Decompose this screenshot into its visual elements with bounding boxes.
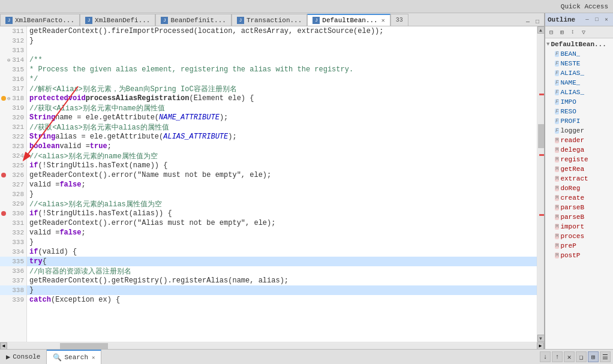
line-num-text: 318 (12, 95, 24, 102)
line-number-317: 317 (0, 84, 26, 94)
code-line-329[interactable]: //<alias>别名元素的alias属性值为空 (27, 199, 537, 209)
outline-item-label: RESO (560, 108, 576, 115)
tab-overflow[interactable]: 33 (390, 14, 408, 26)
outline-item-logger[interactable]: Flogger (545, 126, 613, 136)
code-line-316[interactable]: */ (27, 74, 537, 84)
outline-item-parseB[interactable]: MparseB (545, 203, 613, 212)
scroll-up-button[interactable]: ▲ (537, 26, 545, 34)
code-line-334[interactable]: if (valid) { (27, 247, 537, 257)
tab-search[interactable]: 🔍 Search ✕ (47, 350, 101, 365)
outline-item-import[interactable]: Mimport (545, 222, 613, 231)
code-line-333[interactable]: } (27, 237, 537, 247)
outline-item-NESTE[interactable]: FNESTE (545, 59, 613, 68)
panel-controls: — □ ✕ (583, 16, 611, 24)
outline-item-extract[interactable]: Mextract (545, 174, 613, 183)
tab-xmlbeanfacto[interactable]: J XmlBeanFacto... (0, 14, 80, 26)
outline-sort-button[interactable]: ↕ (568, 28, 578, 37)
outline-root-item[interactable]: ▼ DefaultBean... (545, 40, 613, 49)
code-line-313[interactable] (27, 46, 537, 55)
outline-item-create[interactable]: Mcreate (545, 193, 613, 203)
h-scroll-thumb[interactable] (60, 343, 108, 349)
h-scrollbar[interactable]: ◀ ▶ (0, 342, 544, 349)
outline-item-proces[interactable]: Mproces (545, 231, 613, 241)
tab-close-5[interactable]: ✕ (381, 17, 385, 24)
outline-minimize-button[interactable]: — (583, 16, 591, 24)
outline-item-getRea[interactable]: MgetRea (545, 164, 613, 174)
code-line-330[interactable]: if (!StringUtils.hasText(alias)) { (27, 209, 537, 218)
code-line-312[interactable]: } (27, 36, 537, 46)
method-icon: M (555, 137, 559, 143)
outline-close-button[interactable]: ✕ (602, 16, 611, 24)
outline-item-ALIAS_2[interactable]: FALIAS_ (545, 88, 613, 97)
code-line-311[interactable]: getReaderContext().fireImportProcessed(l… (27, 26, 537, 36)
code-line-325[interactable]: if (!StringUtils.hasText(name)) { (27, 161, 537, 170)
copy-button[interactable]: ❑ (576, 351, 587, 362)
code-line-323[interactable]: boolean valid = true; (27, 142, 537, 151)
tab-defaultbean[interactable]: J DefaultBean... ✕ (307, 14, 390, 26)
code-line-314[interactable]: /** (27, 55, 537, 65)
outline-item-parseB2[interactable]: MparseB (545, 212, 613, 222)
code-line-332[interactable]: valid = false; (27, 228, 537, 237)
code-line-324[interactable]: //<alias>别名元素的name属性值为空 (27, 151, 537, 161)
h-scroll-left-button[interactable]: ◀ (0, 342, 7, 350)
v-scrollbar[interactable]: ▲ ▼ (537, 26, 544, 342)
outline-item-IMPO[interactable]: FIMPO (545, 97, 613, 107)
code-line-318[interactable]: protected void processAliasRegistration(… (27, 94, 537, 103)
code-line-339[interactable]: catch (Exception ex) { (27, 295, 537, 305)
nav-up-button[interactable]: ↑ (552, 351, 563, 362)
outline-item-RESO[interactable]: FRESO (545, 107, 613, 116)
code-line-327[interactable]: valid = false; (27, 180, 537, 189)
nav-down-button[interactable]: ↓ (540, 351, 551, 362)
fold-icon[interactable]: ⊖ (7, 57, 10, 64)
outline-item-doReg[interactable]: MdoReg (545, 183, 613, 193)
scroll-thumb[interactable] (538, 124, 544, 148)
code-line-317[interactable]: //解析<Alias>别名元素，为Bean向Spring IoC容器注册别名 (27, 84, 537, 94)
outline-item-postP[interactable]: MpostP (545, 251, 613, 260)
code-line-335[interactable]: try { (27, 257, 537, 266)
search-close-icon[interactable]: ✕ (92, 354, 95, 361)
code-line-337[interactable]: getReaderContext().getRegistry().registe… (27, 276, 537, 285)
line-num-text: 324 (12, 152, 24, 160)
outline-item-delega[interactable]: Mdelega (545, 145, 613, 155)
outline-expand-all-button[interactable]: ⊞ (557, 28, 567, 37)
tab-console[interactable]: ▶ Console (0, 350, 47, 365)
outline-collapse-all-button[interactable]: ⊟ (546, 28, 556, 37)
maximize-button[interactable]: □ (533, 17, 542, 26)
outline-item-BEAN_[interactable]: FBEAN_ (545, 49, 613, 59)
method-icon: M (555, 147, 559, 153)
expand-button[interactable]: ⊞ (588, 351, 599, 362)
tab-beandefinit[interactable]: J BeanDefinit... (155, 14, 231, 26)
stop-button[interactable]: ✕ (564, 351, 575, 362)
code-line-338[interactable]: } (27, 285, 537, 295)
code-line-321[interactable]: //获取<Alias>别名元素中alias的属性值 (27, 122, 537, 132)
line-num-text: 311 (12, 28, 24, 35)
outline-item-NAME_[interactable]: FNAME_ (545, 78, 613, 88)
code-line-336[interactable]: //向容器的资源读入器注册别名 (27, 266, 537, 276)
code-line-315[interactable]: * Process the given alias element, regis… (27, 65, 537, 74)
menu-button[interactable]: ☰ (600, 351, 611, 362)
code-line-320[interactable]: String name = ele.getAttribute(NAME_ATTR… (27, 113, 537, 122)
tab-xmlbeandefi[interactable]: J XmlBeanDefi... (80, 14, 155, 26)
outline-tree: ▼ DefaultBean... FBEAN_FNESTEFALIAS_FNAM… (545, 38, 613, 261)
warning-marker-line (1, 96, 6, 101)
code-line-331[interactable]: getReaderContext().error("Alias must not… (27, 218, 537, 228)
outline-filter-button[interactable]: ▽ (579, 28, 588, 37)
outline-item-label: extract (560, 175, 588, 182)
outline-item-registe[interactable]: Mregiste (545, 155, 613, 164)
h-scroll-right-button[interactable]: ▶ (537, 342, 544, 350)
code-line-322[interactable]: String alias = ele.getAttribute(ALIAS_AT… (27, 132, 537, 142)
outline-maximize-button[interactable]: □ (593, 16, 601, 24)
outline-item-preP[interactable]: MpreP (545, 241, 613, 251)
outline-item-label: reader (560, 137, 584, 144)
code-line-326[interactable]: getReaderContext().error("Name must not … (27, 170, 537, 180)
code-content[interactable]: getReaderContext().fireImportProcessed(l… (27, 26, 537, 342)
outline-item-reader[interactable]: Mreader (545, 136, 613, 145)
outline-item-ALIAS_[interactable]: FALIAS_ (545, 68, 613, 78)
code-line-328[interactable]: } (27, 189, 537, 199)
code-line-319[interactable]: //获取<Alias>别名元素中name的属性值 (27, 103, 537, 113)
outline-item-PROFI[interactable]: FPROFI (545, 116, 613, 126)
fold-icon[interactable]: ⊖ (7, 95, 10, 102)
tab-transaction[interactable]: J Transaction... (232, 14, 307, 26)
scroll-down-button[interactable]: ▼ (537, 335, 545, 342)
minimize-button[interactable]: — (524, 17, 532, 26)
